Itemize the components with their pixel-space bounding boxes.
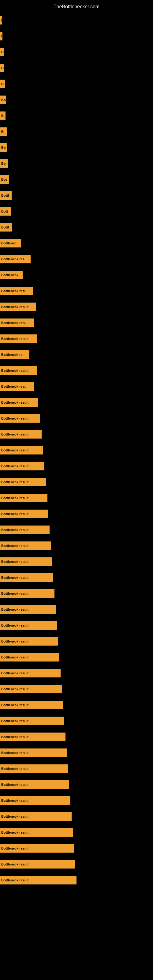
bar-label: Bottleneck resu bbox=[1, 289, 27, 293]
bar-label: Bottleneck result bbox=[1, 624, 29, 627]
bar-label: Bottleneck result bbox=[1, 703, 29, 707]
bar-row: Bottleneck result bbox=[0, 776, 153, 792]
bar-row: Bottleneck result bbox=[0, 458, 153, 474]
bar-row: Bottleneck bbox=[0, 267, 153, 283]
bar-item: Bottleneck resu bbox=[0, 318, 33, 327]
bar-item: Bottleneck result bbox=[0, 525, 49, 534]
bar-label: Bottleneck result bbox=[1, 401, 29, 404]
bar-label: Bo bbox=[1, 146, 6, 150]
bar-item: B bbox=[0, 111, 5, 120]
bar-label: Bottleneck result bbox=[1, 480, 29, 484]
bar-item: Bottleneck result bbox=[0, 414, 40, 423]
bar-label: Bottleneck result bbox=[1, 830, 29, 834]
bar-label: Bottleneck bbox=[1, 273, 18, 277]
bar-row: | bbox=[0, 12, 153, 28]
bar-label: Bottleneck result bbox=[1, 655, 29, 659]
bar-item: Bottleneck result bbox=[0, 685, 62, 694]
bar-item: | bbox=[0, 16, 2, 24]
bar-row: Bottleneck result bbox=[0, 426, 153, 442]
bar-item: Bottleneck result bbox=[0, 748, 67, 757]
bar-label: B bbox=[1, 114, 4, 118]
bar-item: l bbox=[0, 32, 2, 40]
bar-item: Bottleneck result bbox=[0, 302, 36, 311]
bar-item: Bottleneck re bbox=[0, 350, 29, 359]
bar-row: Bottleneck result bbox=[0, 522, 153, 538]
bar-row: B bbox=[0, 60, 153, 76]
bar-label: Bottleneck result bbox=[1, 735, 29, 739]
bar-item: B bbox=[0, 64, 4, 72]
bar-label: | bbox=[1, 18, 2, 22]
bar-item: Bottleneck result bbox=[0, 334, 37, 343]
bar-label: Bottleneck result bbox=[1, 767, 29, 770]
bar-item: Bottleneck result bbox=[0, 510, 48, 518]
bar-label: Bottl bbox=[1, 194, 9, 197]
bar-row: Bottleneck result bbox=[0, 649, 153, 665]
bar-row: Bottleneck result bbox=[0, 570, 153, 585]
bar-row: Bottleneck result bbox=[0, 633, 153, 649]
bar-item: Bottl bbox=[0, 223, 12, 232]
bar-item: Bottleneck result bbox=[0, 860, 75, 869]
bar-item: Bottleneck result bbox=[0, 780, 69, 789]
bar-item: Bottlenec bbox=[0, 239, 21, 247]
bar-item: Bottleneck result bbox=[0, 764, 68, 773]
bar-item: B bbox=[0, 48, 4, 56]
bar-item: B bbox=[0, 80, 5, 88]
bar-row: Bottleneck result bbox=[0, 792, 153, 808]
bar-row: B bbox=[0, 108, 153, 124]
bar-row: Bottl bbox=[0, 219, 153, 235]
bar-row: Bottleneck result bbox=[0, 299, 153, 315]
bar-row: Bottleneck result bbox=[0, 856, 153, 872]
bar-row: Bottleneck result bbox=[0, 824, 153, 840]
bar-label: Bottleneck resu bbox=[1, 321, 27, 325]
bar-item: Bottleneck result bbox=[0, 446, 43, 455]
bar-label: Bottleneck resu bbox=[1, 385, 27, 388]
bar-item: Bottleneck result bbox=[0, 589, 54, 598]
bar-item: Bottleneck result bbox=[0, 366, 37, 375]
bar-label: Bottleneck res bbox=[1, 257, 24, 261]
bar-label: Bottleneck result bbox=[1, 799, 29, 802]
bar-item: Bottleneck resu bbox=[0, 382, 34, 391]
bar-row: Bo bbox=[0, 92, 153, 108]
bar-label: Bottleneck result bbox=[1, 449, 29, 452]
bar-row: B bbox=[0, 44, 153, 60]
bar-label: Bottleneck result bbox=[1, 783, 29, 786]
bar-row: Bottleneck result bbox=[0, 490, 153, 506]
bar-item: Bottleneck result bbox=[0, 733, 65, 741]
bar-label: Bottleneck result bbox=[1, 560, 29, 563]
bar-label: B bbox=[1, 50, 4, 54]
bar-row: Bottleneck result bbox=[0, 395, 153, 410]
bar-item: Bottleneck result bbox=[0, 717, 64, 725]
bar-row: Bottleneck result bbox=[0, 729, 153, 745]
bar-label: Bottleneck result bbox=[1, 878, 29, 882]
bar-item: Bottleneck result bbox=[0, 573, 53, 582]
bar-label: Bottleneck result bbox=[1, 305, 29, 309]
bar-row: Bottleneck result bbox=[0, 506, 153, 522]
bar-label: Bottleneck result bbox=[1, 687, 29, 691]
bar-item: Bottleneck result bbox=[0, 621, 57, 630]
bar-row: Bottleneck resu bbox=[0, 315, 153, 331]
bar-label: Bottleneck result bbox=[1, 544, 29, 547]
bar-row: Bottleneck resu bbox=[0, 379, 153, 395]
bar-item: Bottleneck result bbox=[0, 462, 45, 470]
bar-item: Bottleneck result bbox=[0, 541, 51, 550]
bar-label: B bbox=[1, 82, 4, 86]
bar-label: Bottleneck result bbox=[1, 417, 29, 420]
bar-label: Bottleneck re bbox=[1, 353, 22, 356]
bar-row: Bottleneck result bbox=[0, 442, 153, 458]
bar-row: B bbox=[0, 76, 153, 92]
bar-label: Bottleneck result bbox=[1, 512, 29, 516]
bar-item: Bottleneck result bbox=[0, 430, 41, 439]
bar-row: Bottl bbox=[0, 188, 153, 204]
bar-label: Bottlenec bbox=[1, 241, 16, 245]
bars-container: |lBBBBoBBBoBoBotBottlBottBottlBottlenecB… bbox=[0, 12, 153, 888]
bar-row: Bottleneck result bbox=[0, 697, 153, 713]
bar-label: Bottleneck result bbox=[1, 608, 29, 611]
bar-label: Bottleneck result bbox=[1, 751, 29, 755]
bar-row: Bot bbox=[0, 172, 153, 188]
bar-row: Bottleneck resu bbox=[0, 283, 153, 299]
bar-item: Bottleneck result bbox=[0, 605, 56, 614]
bar-row: Bottleneck result bbox=[0, 331, 153, 347]
bar-row: Bott bbox=[0, 204, 153, 219]
bar-item: Bottleneck result bbox=[0, 812, 72, 821]
bar-row: Bottleneck result bbox=[0, 617, 153, 633]
